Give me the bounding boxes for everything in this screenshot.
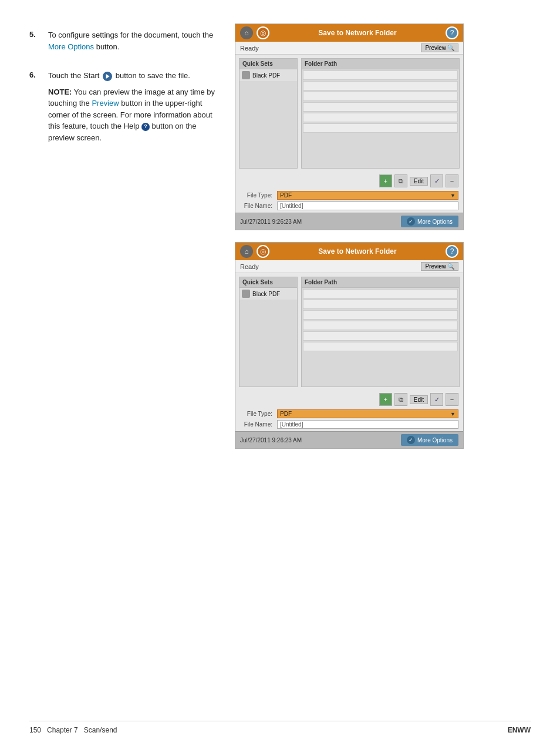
panel-2-untitled: [Untitled] (280, 421, 303, 428)
step-6-block: 6. Touch the Start button to save the fi… (29, 70, 217, 143)
more-options-icon-2: ✓ (407, 436, 415, 444)
scan-icon-1[interactable]: ◎ (257, 26, 269, 39)
brand-label: ENWW (508, 726, 531, 734)
panel-1-folder-path: Folder Path (301, 58, 460, 169)
home-icon-2[interactable]: ⌂ (240, 245, 253, 258)
panel-1-file-type-row: File Type: PDF ▼ (240, 191, 458, 200)
panel-1-file-name-row: File Name: [Untitled] (240, 201, 458, 210)
panel-1-file-name-value[interactable]: [Untitled] (277, 201, 458, 210)
panel-1-preview-label: Preview (425, 45, 446, 51)
panel-1-timestamp: Jul/27/2011 9:26:23 AM (240, 219, 302, 225)
panel-2-fp-header: Folder Path (302, 277, 459, 288)
preview-link[interactable]: Preview (92, 99, 119, 107)
more-options-icon-1: ✓ (407, 217, 415, 226)
panel-2-folder-path: Folder Path (301, 277, 460, 387)
panel-2-file-info: File Type: PDF ▼ File Name: [Untitled] (235, 408, 463, 431)
panel-2-preview-button[interactable]: Preview 🔍 (421, 262, 458, 271)
panel-2-file-type-label: File Type: (240, 411, 272, 417)
qs-item-icon-2 (242, 290, 250, 298)
panel-2-timestamp: Jul/27/2011 9:26:23 AM (240, 437, 302, 443)
scan-icon-2[interactable]: ◎ (257, 245, 269, 258)
panel-1-file-type-label: File Type: (240, 192, 272, 199)
panel-2-status-bar: Ready Preview 🔍 (235, 260, 463, 273)
preview-magnifier-icon-2: 🔍 (447, 263, 454, 270)
right-column: ⌂ ◎ Save to Network Folder ? Ready Previ… (235, 23, 542, 449)
panel-2-status: Ready (240, 263, 259, 270)
panel-1-header: ⌂ ◎ Save to Network Folder ? (235, 24, 463, 42)
panel-1-minus-button[interactable]: − (446, 174, 458, 187)
fp-row-1 (303, 70, 458, 80)
panel-1-pdf-value: PDF (280, 192, 292, 199)
panel-1-add-button[interactable]: + (379, 174, 392, 187)
note-block: NOTE: You can preview the image at any t… (48, 86, 217, 144)
panel-2-file-name-label: File Name: (240, 421, 272, 428)
preview-magnifier-icon: 🔍 (447, 45, 454, 51)
panel-2-qs-item[interactable]: Black PDF (239, 288, 297, 300)
note-label: NOTE: (48, 88, 72, 96)
qs-empty-space-2 (239, 300, 297, 358)
panel-1-qs-item-label: Black PDF (252, 72, 280, 79)
help-inline-icon: ? (141, 123, 150, 131)
panel-2-header: ⌂ ◎ Save to Network Folder ? (235, 243, 463, 260)
panel-1-fp-header: Folder Path (302, 59, 459, 69)
home-icon-1[interactable]: ⌂ (240, 26, 253, 39)
panel-1-status: Ready (240, 45, 259, 52)
help-icon-2[interactable]: ? (446, 245, 458, 258)
panel-2-file-type-value[interactable]: PDF ▼ (277, 409, 458, 418)
panel-1-preview-button[interactable]: Preview 🔍 (421, 43, 458, 52)
panel-1-edit-button[interactable]: Edit (410, 177, 428, 186)
panel-2-add-button[interactable]: + (379, 393, 392, 406)
panel-1-quick-sets: Quick Sets Black PDF (239, 58, 298, 169)
panel-1-more-options-label: More Options (417, 219, 453, 225)
fp-row-4 (303, 102, 458, 112)
fp2-row-5 (303, 331, 458, 341)
start-icon (103, 72, 112, 81)
panel-1-qs-item[interactable]: Black PDF (239, 69, 297, 81)
qs-item-icon (242, 71, 250, 79)
step-6-number: 6. (29, 70, 42, 143)
panel-1-footer: Jul/27/2011 9:26:23 AM ✓ More Options (235, 213, 463, 230)
fp2-row-2 (303, 300, 458, 309)
page-content: 5. To configure settings for the documen… (0, 0, 560, 484)
fp-row-2 (303, 81, 458, 90)
panel-2-qs-header: Quick Sets (239, 277, 297, 288)
panel-2-preview-label: Preview (425, 263, 446, 270)
printer-panel-1: ⌂ ◎ Save to Network Folder ? Ready Previ… (235, 23, 464, 230)
step-5-text-after: button. (94, 42, 119, 51)
help-icon-1[interactable]: ? (446, 26, 458, 39)
section-label: Scan/send (84, 726, 117, 734)
panel-1-title: Save to Network Folder (273, 29, 442, 37)
panel-1-dropdown-arrow: ▼ (450, 193, 456, 199)
fp2-row-1 (303, 289, 458, 298)
step-6-text-after: button to save the file. (113, 71, 190, 80)
fp2-row-4 (303, 321, 458, 330)
panel-2-file-name-value[interactable]: [Untitled] (277, 420, 458, 429)
step-5-text-before: To configure settings for the document, … (48, 31, 213, 39)
panel-1-controls: + ⧉ Edit ✓ − (235, 172, 463, 190)
panel-2-minus-button[interactable]: − (446, 393, 458, 406)
panel-1-check-button[interactable]: ✓ (430, 174, 443, 187)
fp-row-5 (303, 113, 458, 122)
panel-2-body: Quick Sets Black PDF Folder Path (235, 273, 463, 391)
panel-1-fp-rows (302, 69, 459, 134)
chapter-label: Chapter 7 (47, 726, 78, 734)
panel-1-untitled: [Untitled] (280, 203, 303, 209)
panel-2-footer: Jul/27/2011 9:26:23 AM ✓ More Options (235, 431, 463, 448)
panel-2-check-button[interactable]: ✓ (430, 393, 443, 406)
fp-row-6 (303, 123, 458, 133)
step-5-number: 5. (29, 29, 42, 52)
step-6-text: Touch the Start button to save the file.… (48, 70, 217, 143)
panel-1-file-name-label: File Name: (240, 203, 272, 209)
panel-2-copy-button[interactable]: ⧉ (394, 393, 407, 406)
panel-1-copy-button[interactable]: ⧉ (394, 174, 407, 187)
panel-2-title: Save to Network Folder (273, 247, 442, 256)
panel-2-edit-button[interactable]: Edit (410, 395, 428, 404)
more-options-link[interactable]: More Options (48, 42, 94, 51)
panel-2-more-options-button[interactable]: ✓ More Options (401, 434, 458, 446)
page-footer: 150 Chapter 7 Scan/send ENWW (29, 721, 531, 734)
panel-1-more-options-button[interactable]: ✓ More Options (401, 216, 458, 227)
panel-1-status-bar: Ready Preview 🔍 (235, 42, 463, 55)
panel-2-dropdown-arrow: ▼ (450, 411, 456, 417)
panel-1-file-type-value[interactable]: PDF ▼ (277, 191, 458, 200)
panel-2-file-type-row: File Type: PDF ▼ (240, 409, 458, 418)
